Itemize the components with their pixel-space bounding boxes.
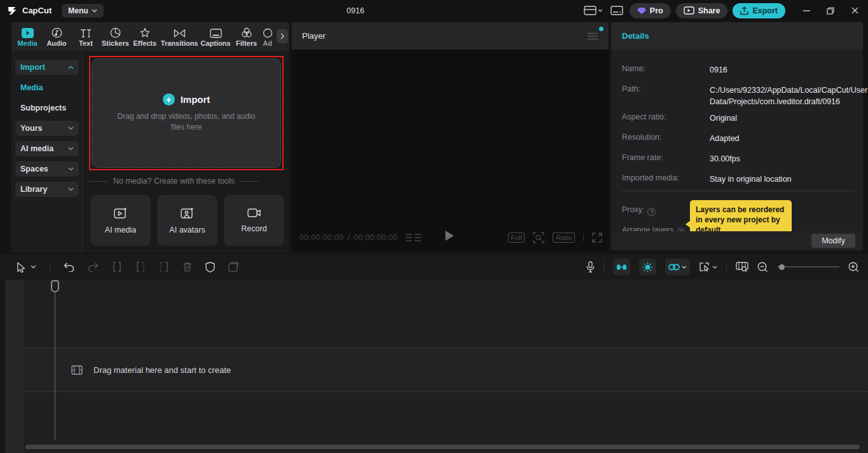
tab-label: Audio — [46, 39, 66, 47]
playhead-line — [55, 292, 55, 440]
export-button[interactable]: Export — [733, 3, 785, 18]
track-header-column — [5, 280, 23, 453]
minimize-button[interactable] — [797, 3, 816, 19]
tooltip-arrow — [685, 220, 691, 228]
timeline-left-edge — [0, 280, 5, 453]
playhead-handle[interactable] — [51, 280, 59, 292]
mask-button[interactable] — [205, 262, 215, 273]
sidebar-item-library[interactable]: Library — [15, 182, 79, 197]
fit-zoom-button[interactable] — [533, 232, 544, 243]
tabs-expand-button[interactable] — [277, 29, 288, 43]
detail-label: Imported media: — [622, 173, 710, 185]
zoom-out-icon — [757, 262, 768, 273]
sidebar-item-spaces[interactable]: Spaces — [15, 161, 79, 177]
workspace-layout-button[interactable] — [582, 4, 604, 17]
sidebar-item-ai-media[interactable]: AI media — [15, 141, 79, 156]
caption-panel-button[interactable] — [609, 4, 624, 17]
timecode-current: 00:00:00:00 — [300, 233, 343, 242]
select-mode-button[interactable] — [699, 262, 717, 272]
modify-button[interactable]: Modify — [811, 234, 855, 248]
captions-icon — [210, 27, 222, 38]
zoom-out-button[interactable] — [757, 262, 768, 273]
share-button[interactable]: Share — [676, 3, 728, 18]
restore-button[interactable] — [821, 3, 840, 19]
sidebar-label: Media — [20, 83, 43, 92]
tab-captions[interactable]: Captions — [200, 22, 232, 51]
tab-audio[interactable]: Audio — [42, 22, 71, 51]
chevron-down-icon — [68, 167, 74, 171]
detail-value: Stay in original location — [710, 173, 855, 185]
tab-transitions[interactable]: Transitions — [160, 22, 200, 51]
zoom-in-button[interactable] — [848, 262, 859, 273]
ai-avatars-card[interactable]: AI avatars — [157, 195, 217, 246]
fullscreen-button[interactable] — [592, 233, 602, 243]
timecode-total: 00:00:00:00 — [354, 233, 397, 242]
slider-handle[interactable] — [779, 264, 785, 270]
no-media-divider: No media? Create with these tools — [89, 177, 284, 186]
sidebar-item-yours[interactable]: Yours — [15, 121, 79, 136]
split-icon — [112, 262, 122, 272]
details-header: Details — [611, 22, 863, 50]
undo-icon — [64, 262, 74, 272]
help-icon[interactable]: ? — [647, 208, 656, 216]
sidebar-item-media[interactable]: Media — [15, 80, 79, 95]
share-icon — [684, 6, 694, 15]
ai-media-card[interactable]: AI media — [90, 195, 151, 246]
preview-frames-button[interactable] — [736, 262, 748, 272]
file-sparkle-button[interactable] — [228, 262, 240, 272]
chevron-down-icon — [68, 187, 74, 191]
divider — [50, 262, 50, 272]
play-button[interactable] — [444, 230, 455, 241]
media-tabstrip: Media Audio Text Stickers Effects Transi… — [11, 22, 289, 51]
ratio-button[interactable]: Ratio — [553, 233, 575, 243]
tab-filters[interactable]: Filters — [232, 22, 261, 51]
levels-icon[interactable] — [405, 233, 422, 242]
detail-value: 0916 — [710, 64, 855, 76]
record-voiceover-button[interactable] — [586, 261, 595, 273]
pro-label: Pro — [650, 6, 663, 15]
details-title: Details — [622, 31, 649, 41]
delete-button[interactable] — [183, 262, 192, 272]
sidebar-item-subprojects[interactable]: Subprojects — [15, 100, 79, 116]
magnetic-snap-toggle[interactable] — [613, 259, 630, 275]
link-toggle[interactable] — [665, 259, 690, 275]
tab-label: Transitions — [161, 39, 198, 47]
tab-media[interactable]: Media — [13, 22, 42, 51]
tab-label: Effects — [133, 39, 156, 47]
timeline[interactable]: Drag material here and start to create — [0, 280, 868, 453]
chevron-down-icon — [92, 9, 97, 13]
undo-button[interactable] — [64, 262, 74, 272]
tab-adjust-truncated[interactable]: Ad — [261, 22, 274, 51]
cursor-tool-button[interactable] — [17, 262, 36, 273]
adjust-icon — [263, 27, 273, 38]
menu-button[interactable]: Menu — [62, 4, 103, 18]
tab-effects[interactable]: Effects — [130, 22, 160, 51]
divider — [622, 191, 855, 191]
magnet-icon — [616, 263, 627, 271]
divider — [726, 262, 727, 272]
pro-button[interactable]: Pro — [630, 3, 671, 18]
record-card[interactable]: Record — [224, 195, 284, 246]
delete-right-button[interactable] — [159, 262, 169, 272]
redo-button[interactable] — [88, 262, 99, 272]
split-button[interactable] — [112, 262, 122, 272]
tab-stickers[interactable]: Stickers — [100, 22, 130, 51]
audio-icon — [52, 27, 62, 38]
tab-label: Stickers — [102, 39, 129, 47]
close-button[interactable] — [845, 3, 864, 19]
delete-left-button[interactable] — [135, 262, 146, 272]
import-dropzone[interactable]: + Import Drag and drop videos, photos, a… — [92, 58, 281, 168]
detail-row-name: Name: 0916 — [622, 64, 855, 76]
auto-snap-toggle[interactable] — [639, 259, 656, 275]
detail-label: Path: — [622, 85, 710, 107]
player-menu-button[interactable] — [587, 32, 598, 40]
sidebar-item-import[interactable]: Import — [15, 60, 79, 75]
detail-label: Resolution: — [622, 133, 710, 144]
empty-track[interactable]: Drag material here and start to create — [24, 348, 868, 392]
tab-text[interactable]: Text — [71, 22, 100, 51]
media-sidebar: Import Media Subprojects Yours AI media … — [11, 51, 83, 253]
full-preview-button[interactable]: Full — [508, 233, 525, 243]
timeline-zoom-slider[interactable] — [777, 262, 839, 271]
horizontal-scrollbar[interactable] — [25, 445, 860, 449]
project-title: 0916 — [317, 0, 394, 21]
